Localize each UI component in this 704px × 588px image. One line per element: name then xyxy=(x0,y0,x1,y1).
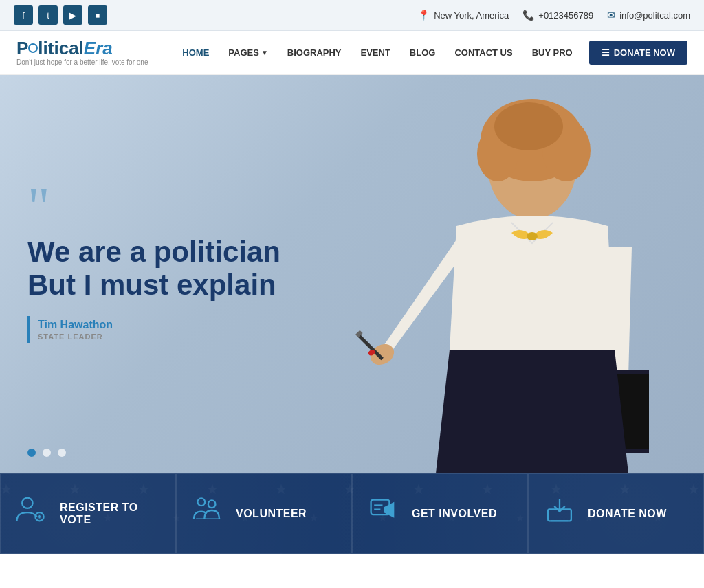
hero-author-title: STATE LEADER xyxy=(38,332,113,341)
volunteer-icon xyxy=(190,495,225,532)
slider-dots xyxy=(28,449,66,457)
chevron-down-icon: ▼ xyxy=(261,49,268,56)
donate-cta-icon xyxy=(542,495,577,532)
phone-text: +0123456789 xyxy=(538,10,593,21)
svg-point-17 xyxy=(197,498,205,506)
svg-point-6 xyxy=(527,232,538,240)
nav-blog[interactable]: BLOG xyxy=(402,42,444,63)
hero-author-bar xyxy=(28,316,30,343)
slide-dot-2[interactable] xyxy=(43,449,51,457)
quote-mark: " xyxy=(28,185,289,229)
slide-dot-3[interactable] xyxy=(58,449,66,457)
cta-involved-label: GET INVOLVED xyxy=(412,508,497,520)
phone-item: 📞 +0123456789 xyxy=(522,10,593,21)
nav-home[interactable]: HOME xyxy=(174,42,217,63)
nav: HOME PAGES ▼ BIOGRAPHY EVENT BLOG CONTAC… xyxy=(174,41,688,65)
cta-register-label: REGISTER TO VOTE xyxy=(60,501,162,526)
nav-pages[interactable]: PAGES ▼ xyxy=(220,42,276,63)
slide-dot-1[interactable] xyxy=(28,449,36,457)
hero-content: " We are a politician But I must explain… xyxy=(28,185,289,343)
email-text: info@politcal.com xyxy=(619,10,690,21)
cta-volunteer-label: VOLUNTEER xyxy=(236,508,307,520)
logo-text: PliticalEra xyxy=(16,39,148,57)
header: PliticalEra Don't just hope for a better… xyxy=(0,31,704,75)
svg-point-13 xyxy=(22,498,32,508)
nav-buypro[interactable]: BUY PRO xyxy=(524,42,581,63)
hero-section: " We are a politician But I must explain… xyxy=(0,75,704,473)
twitter-icon[interactable]: t xyxy=(38,5,58,25)
hero-figure xyxy=(319,89,649,473)
hero-title: We are a politician But I must explain xyxy=(28,236,289,302)
logo-tagline: Don't just hope for a better life, vote … xyxy=(16,58,148,66)
location-item: 📍 New York, America xyxy=(418,10,509,21)
nav-biography[interactable]: BIOGRAPHY xyxy=(279,42,350,63)
location-icon: 📍 xyxy=(418,10,430,21)
cta-donate-label: DONATE NOW xyxy=(588,508,667,520)
instagram-icon[interactable]: ■ xyxy=(88,5,107,25)
top-contact: 📍 New York, America 📞 +0123456789 ✉ info… xyxy=(418,10,690,21)
email-icon: ✉ xyxy=(607,10,615,21)
hero-author: Tim Hawathon STATE LEADER xyxy=(28,316,289,343)
donate-label: DONATE NOW xyxy=(614,47,675,58)
svg-point-4 xyxy=(494,102,563,150)
logo-political: Plitical xyxy=(16,38,84,58)
logo: PliticalEra Don't just hope for a better… xyxy=(16,39,148,66)
phone-icon: 📞 xyxy=(522,10,534,21)
facebook-icon[interactable]: f xyxy=(14,5,33,25)
donate-button[interactable]: ☰ DONATE NOW xyxy=(589,41,688,65)
cta-register[interactable]: REGISTER TO VOTE xyxy=(0,473,176,554)
nav-event[interactable]: EVENT xyxy=(353,42,399,63)
register-icon xyxy=(14,495,49,532)
logo-era: Era xyxy=(84,38,113,58)
top-bar: f t ▶ ■ 📍 New York, America 📞 +012345678… xyxy=(0,0,704,31)
cta-donate[interactable]: DONATE NOW xyxy=(528,473,704,554)
nav-contact[interactable]: CONTACT US xyxy=(446,42,520,63)
donate-icon: ☰ xyxy=(602,47,610,58)
cta-volunteer[interactable]: VOLUNTEER xyxy=(176,473,352,554)
location-text: New York, America xyxy=(434,10,509,21)
cta-involved[interactable]: GET INVOLVED xyxy=(352,473,528,554)
youtube-icon[interactable]: ▶ xyxy=(63,5,82,25)
svg-point-18 xyxy=(208,500,216,508)
hero-author-name: Tim Hawathon xyxy=(38,319,113,331)
cta-section: REGISTER TO VOTE VOLUNTEER GET INVOLVED xyxy=(0,473,704,554)
social-icons: f t ▶ ■ xyxy=(14,5,107,25)
email-item: ✉ info@politcal.com xyxy=(607,10,690,21)
involved-icon xyxy=(366,495,401,532)
